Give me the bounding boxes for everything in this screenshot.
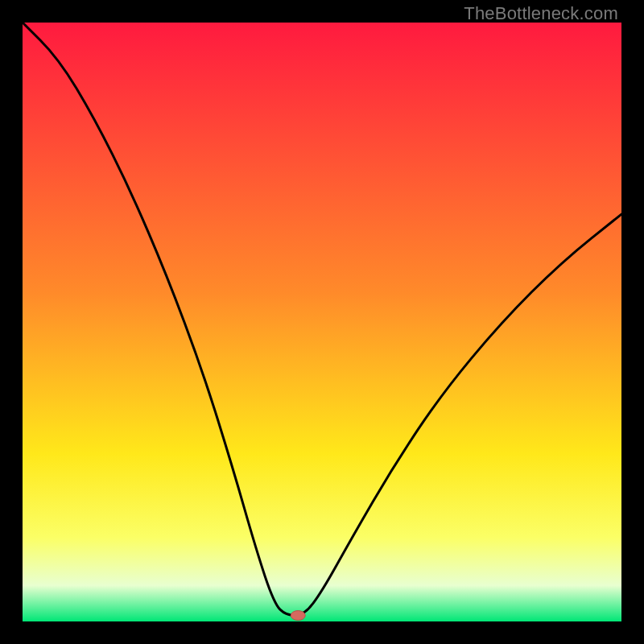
gradient-background — [23, 23, 621, 621]
chart-frame: TheBottleneck.com — [0, 0, 644, 644]
watermark-text: TheBottleneck.com — [464, 3, 618, 24]
gradient-rect — [23, 23, 621, 621]
plot-area — [23, 23, 621, 621]
